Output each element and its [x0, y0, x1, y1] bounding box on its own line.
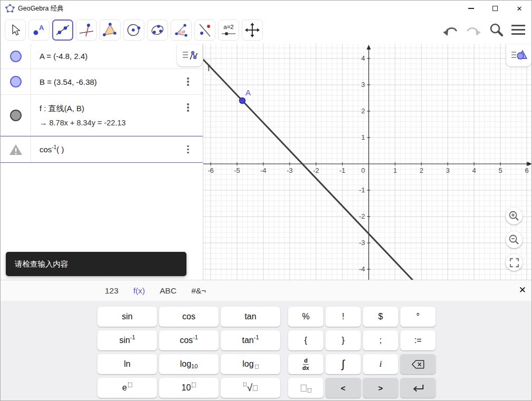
tool-move-view-button[interactable]: [242, 19, 263, 41]
key-log-10[interactable]: log10: [159, 354, 219, 374]
row-menu-B[interactable]: [185, 75, 191, 88]
key-e-power-exponent[interactable]: e: [97, 378, 157, 398]
key-imaginary-i[interactable]: i: [363, 354, 398, 374]
zoom-out-icon: [508, 234, 520, 246]
tool-point-button[interactable]: A: [28, 19, 50, 41]
keyboard-symbol-block: %!$°{};:=ddx∫i<>: [288, 307, 436, 398]
kb-tab-abc[interactable]: ABC: [160, 285, 176, 297]
key-percent[interactable]: %: [288, 307, 323, 327]
key-ten-power-exponent[interactable]: 10: [159, 378, 219, 398]
tool-conic-button[interactable]: [147, 19, 168, 41]
fullscreen-icon: [509, 258, 519, 268]
maximize-button[interactable]: [483, 1, 507, 16]
key-dollar[interactable]: $: [363, 307, 398, 327]
toolbar-right-group: [442, 22, 525, 37]
algebra-row-f[interactable]: f : 直线(A, B) → 8.78x + 8.34y = -22.13: [1, 95, 203, 136]
marker-column: [1, 69, 31, 94]
minimize-button[interactable]: [459, 1, 483, 16]
svg-text:-1: -1: [359, 186, 365, 194]
key-sin-inverse[interactable]: sin-1: [97, 330, 157, 350]
svg-text:-4: -4: [260, 167, 267, 174]
tool-circle-button[interactable]: [123, 19, 144, 41]
visibility-toggle-f[interactable]: [10, 110, 22, 121]
svg-text:A: A: [39, 24, 44, 32]
point-tool-icon: A: [32, 23, 46, 37]
kb-tab-fx[interactable]: f(x): [133, 285, 145, 297]
tool-buttons: A: [5, 19, 263, 41]
close-button[interactable]: ✕: [507, 1, 531, 16]
hamburger-menu-icon: [511, 25, 525, 35]
slider-tool-icon: a=2: [220, 22, 237, 38]
key-tan[interactable]: tan: [221, 307, 280, 327]
row-menu-input[interactable]: [185, 143, 191, 156]
row-menu-f[interactable]: [185, 101, 191, 114]
geogebra-logo-icon: [5, 4, 15, 13]
zoom-out-button[interactable]: [506, 231, 523, 248]
tool-line-button[interactable]: [52, 19, 73, 41]
enter-icon: [412, 384, 424, 392]
zoom-in-button[interactable]: [506, 208, 523, 224]
key-subscript-template[interactable]: [288, 378, 323, 398]
key-sin[interactable]: sin: [97, 307, 157, 327]
point-A[interactable]: [240, 98, 245, 104]
window-controls: ✕: [459, 1, 531, 16]
graphics-style-icon: [510, 48, 528, 62]
key-definition[interactable]: :=: [400, 330, 436, 350]
point-A-label: A: [245, 88, 251, 97]
zoom-in-icon: [508, 210, 520, 222]
algebra-view: A = (-4.8, 2.4) B = (3.54, -6.38) f : 直线…: [1, 44, 203, 280]
svg-text:-6: -6: [208, 167, 214, 174]
kb-tab-123[interactable]: 123: [105, 285, 119, 297]
algebra-style-bar-button[interactable]: [177, 44, 202, 66]
input-expression[interactable]: cos-1( ): [40, 145, 194, 154]
key-backspace[interactable]: [400, 354, 436, 374]
fullscreen-button[interactable]: [506, 254, 523, 271]
search-button[interactable]: [489, 22, 504, 37]
key-cos-inverse[interactable]: cos-1: [159, 330, 219, 350]
algebra-row-A[interactable]: A = (-4.8, 2.4): [1, 44, 203, 69]
perpendicular-line-tool-icon: [78, 22, 94, 38]
svg-text:5: 5: [498, 167, 502, 174]
key-left-brace[interactable]: {: [288, 330, 323, 350]
graphics-canvas[interactable]: -6-5-4-3-2-1123456-4-3-2-112340fA: [203, 44, 532, 280]
tool-angle-button[interactable]: α: [171, 19, 192, 41]
polygon-tool-icon: [102, 22, 118, 38]
algebra-row-B[interactable]: B = (3.54, -6.38): [1, 69, 203, 95]
key-degree[interactable]: °: [400, 307, 436, 327]
tool-perpendicular-line-button[interactable]: [76, 19, 97, 41]
angle-tool-icon: α: [173, 22, 189, 38]
visibility-toggle-A[interactable]: [10, 51, 22, 62]
menu-button[interactable]: [511, 25, 525, 35]
key-integral[interactable]: ∫: [326, 354, 361, 374]
backspace-icon: [411, 360, 425, 369]
tool-polygon-button[interactable]: [100, 19, 121, 41]
key-semicolon[interactable]: ;: [363, 330, 398, 350]
graphics-view: -6-5-4-3-2-1123456-4-3-2-112340fA: [203, 44, 532, 280]
key-nth-root[interactable]: √: [221, 378, 280, 398]
kb-tab-symbols[interactable]: #&¬: [191, 285, 206, 297]
key-right-brace[interactable]: }: [326, 330, 361, 350]
key-tan-inverse[interactable]: tan-1: [221, 330, 280, 350]
key-derivative[interactable]: ddx: [288, 354, 323, 374]
key-cursor-left[interactable]: <: [326, 378, 361, 398]
graphics-style-bar-button[interactable]: [506, 44, 531, 66]
undo-button[interactable]: [442, 23, 458, 37]
tool-move-button[interactable]: [5, 19, 26, 41]
keyboard-close-button[interactable]: ✕: [519, 285, 526, 296]
key-cursor-right[interactable]: >: [363, 378, 398, 398]
key-cos[interactable]: cos: [159, 307, 219, 327]
tool-reflect-button[interactable]: [194, 19, 215, 41]
key-enter[interactable]: [400, 378, 436, 398]
key-factorial[interactable]: !: [326, 307, 361, 327]
toast-text: 请检查输入内容: [15, 259, 68, 269]
algebra-input-row[interactable]: cos-1( ): [1, 136, 203, 163]
redo-button[interactable]: [466, 23, 481, 37]
key-log-base[interactable]: log: [221, 354, 280, 374]
key-ln[interactable]: ln: [97, 354, 157, 374]
algebra-text-f: f : 直线(A, B): [40, 104, 194, 114]
undo-icon: [442, 23, 458, 37]
search-icon: [489, 22, 504, 37]
svg-text:-3: -3: [359, 239, 365, 247]
tool-slider-button[interactable]: a=2: [218, 19, 239, 41]
visibility-toggle-B[interactable]: [10, 76, 22, 87]
